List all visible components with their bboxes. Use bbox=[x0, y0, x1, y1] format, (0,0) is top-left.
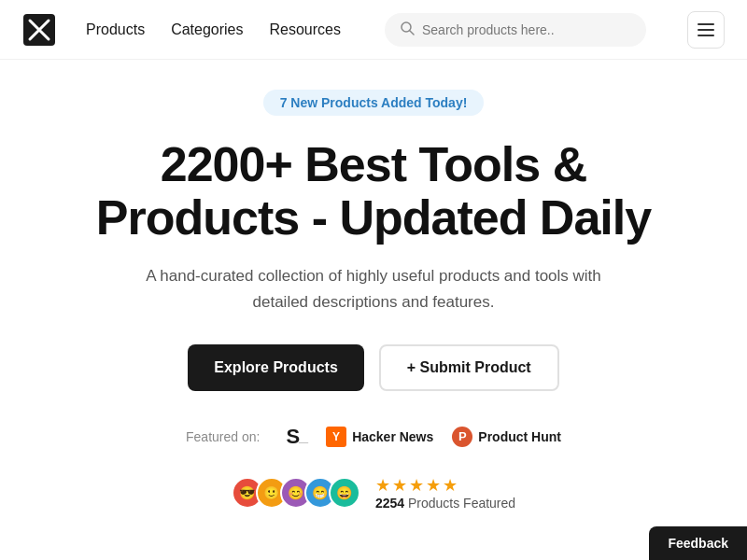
social-proof: 😎 🙂 😊 😁 😄 ★★★★★ 2254 Products Featured bbox=[232, 475, 515, 511]
producthunt-label: Product Hunt bbox=[478, 429, 561, 444]
products-count: 2254 Products Featured bbox=[375, 496, 515, 511]
search-input[interactable] bbox=[422, 22, 631, 37]
hn-icon: Y bbox=[326, 427, 346, 447]
feedback-button[interactable]: Feedback bbox=[649, 526, 747, 560]
stars-block: ★★★★★ 2254 Products Featured bbox=[375, 475, 515, 511]
search-icon bbox=[400, 21, 415, 39]
featured-logos: S_ Y Hacker News P Product Hunt bbox=[286, 425, 561, 449]
nav-links: Products Categories Resources bbox=[86, 21, 341, 38]
hackernews-label: Hacker News bbox=[352, 429, 433, 444]
ph-icon: P bbox=[452, 427, 472, 447]
navbar: Products Categories Resources bbox=[0, 0, 747, 60]
featured-label: Featured on: bbox=[186, 429, 260, 444]
submit-product-button[interactable]: + Submit Product bbox=[379, 344, 559, 391]
new-products-badge: 7 New Products Added Today! bbox=[263, 90, 485, 116]
search-bar bbox=[385, 13, 646, 47]
hamburger-menu[interactable] bbox=[687, 11, 725, 49]
scribd-logo: S_ bbox=[286, 425, 307, 449]
avatar-5: 😄 bbox=[329, 477, 360, 509]
explore-products-button[interactable]: Explore Products bbox=[188, 344, 363, 391]
nav-products[interactable]: Products bbox=[86, 21, 145, 37]
producthunt-logo: P Product Hunt bbox=[452, 427, 561, 447]
svg-line-2 bbox=[410, 31, 414, 35]
hero-title: 2200+ Best Tools & Products - Updated Da… bbox=[75, 138, 672, 245]
nav-categories[interactable]: Categories bbox=[171, 21, 243, 37]
star-rating: ★★★★★ bbox=[375, 475, 459, 496]
avatars: 😎 🙂 😊 😁 😄 bbox=[232, 477, 360, 509]
hackernews-logo: Y Hacker News bbox=[326, 427, 433, 447]
nav-resources[interactable]: Resources bbox=[270, 21, 341, 37]
logo[interactable] bbox=[22, 13, 56, 47]
hero-section: 7 New Products Added Today! 2200+ Best T… bbox=[0, 60, 747, 511]
cta-buttons: Explore Products + Submit Product bbox=[188, 344, 558, 391]
hero-subtitle: A hand-curated collection of highly usef… bbox=[131, 263, 616, 314]
featured-row: Featured on: S_ Y Hacker News P Product … bbox=[186, 425, 561, 449]
